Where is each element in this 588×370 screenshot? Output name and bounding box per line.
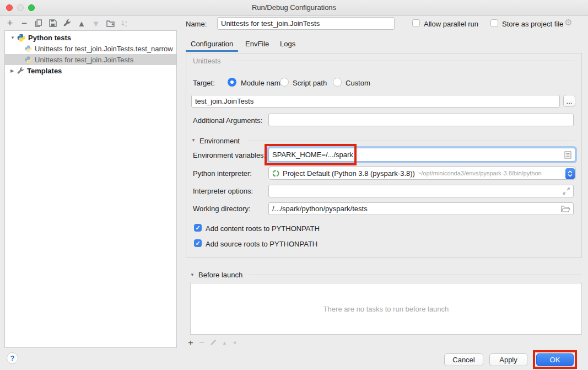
chevron-right-icon[interactable]: ▶ [10, 68, 17, 73]
copy-configuration-icon[interactable] [34, 19, 43, 28]
module-name-input[interactable]: test_join.JoinTests [191, 95, 560, 108]
python-interpreter-path: ~/opt/miniconda3/envs/pyspark-3.8/bin/py… [418, 170, 542, 176]
before-launch-collapse-icon[interactable]: ▼ [190, 272, 195, 277]
gear-icon[interactable]: ⚙ [564, 17, 572, 28]
working-directory-value: /.../spark/python/pyspark/tests [272, 205, 368, 213]
before-launch-empty-message: There are no tasks to run before launch [323, 305, 449, 313]
edit-templates-icon[interactable] [63, 19, 72, 28]
add-source-roots-label: Add source roots to PYTHONPATH [206, 240, 317, 248]
cancel-button[interactable]: Cancel [444, 353, 483, 366]
chevron-down-icon[interactable]: ▼ [10, 35, 17, 40]
tab-logs[interactable]: Logs [280, 40, 295, 48]
python-interpreter-value: Project Default (Python 3.8 (pyspark-3.8… [283, 169, 415, 178]
python-test-icon [25, 45, 32, 52]
remove-configuration-icon[interactable]: − [20, 19, 29, 28]
conda-env-icon [272, 170, 279, 177]
before-launch-toolbar: + − ▲ ▼ [188, 337, 238, 348]
templates-wrench-icon [17, 67, 24, 74]
configurations-toolbar: + − ▲ ▼ az [6, 18, 129, 28]
add-task-icon[interactable]: + [188, 337, 193, 348]
task-up-icon: ▲ [222, 340, 227, 346]
tree-item-label: Unittests for test_join.JoinTests.test_n… [35, 45, 173, 53]
target-label: Target: [193, 79, 215, 87]
move-up-icon[interactable]: ▲ [77, 19, 86, 28]
help-button[interactable]: ? [7, 352, 18, 364]
tree-item-label: Templates [27, 67, 62, 75]
tree-item-label: Python tests [28, 34, 71, 42]
environment-collapse-icon[interactable]: ▼ [191, 138, 196, 143]
svg-text:z: z [125, 24, 127, 28]
allow-parallel-run-checkbox[interactable] [412, 19, 420, 27]
environment-section-label: Environment [199, 137, 240, 145]
sort-configurations-icon: az [120, 19, 129, 28]
move-down-icon: ▼ [91, 19, 100, 28]
edit-task-icon [210, 339, 217, 347]
before-launch-label: Before launch [198, 271, 242, 279]
before-launch-divider [249, 275, 582, 275]
tree-item-templates[interactable]: ▶ Templates [5, 65, 176, 76]
radio-script-path[interactable] [280, 78, 289, 87]
working-directory-label: Working directory: [193, 205, 251, 213]
tab-envfile[interactable]: EnvFile [245, 40, 269, 48]
tree-item-jointests-selected[interactable]: Unittests for test_join.JoinTests [5, 54, 176, 65]
working-directory-input[interactable]: /.../spark/python/pyspark/tests [268, 202, 574, 215]
dropdown-stepper-icon[interactable] [565, 168, 575, 179]
expand-field-icon[interactable] [563, 187, 570, 195]
add-content-roots-label: Add content roots to PYTHONPATH [206, 224, 320, 233]
additional-arguments-label: Additional Arguments: [193, 116, 262, 125]
add-content-roots-checkbox[interactable]: ✓ [194, 224, 202, 232]
svg-text:a: a [125, 20, 127, 24]
python-interpreter-select[interactable]: Project Default (Python 3.8 (pyspark-3.8… [268, 167, 576, 180]
selected-tab-underline [186, 50, 238, 52]
allow-parallel-run-label: Allow parallel run [424, 20, 478, 28]
tree-item-label: Unittests for test_join.JoinTests [35, 56, 133, 64]
add-configuration-icon[interactable]: + [6, 19, 14, 28]
tab-configuration[interactable]: Configuration [191, 40, 233, 48]
name-label: Name: [186, 20, 207, 28]
python-tests-icon [17, 34, 25, 42]
tree-item-python-tests[interactable]: ▼ Python tests [5, 32, 176, 43]
radio-module-name-label: Module name [241, 79, 284, 87]
radio-custom-label: Custom [346, 79, 370, 87]
radio-module-name[interactable] [228, 78, 236, 87]
interpreter-options-input[interactable] [268, 185, 574, 197]
store-as-project-file-label: Store as project file [502, 20, 563, 28]
folder-icon[interactable] [561, 206, 570, 212]
interpreter-options-label: Interpreter options: [193, 187, 253, 195]
add-source-roots-checkbox[interactable]: ✓ [194, 239, 202, 247]
radio-custom[interactable] [333, 78, 342, 87]
tree-item-test-narrow[interactable]: Unittests for test_join.JoinTests.test_n… [5, 43, 176, 54]
environment-variables-value: SPARK_HOME=/.../spark [272, 151, 353, 159]
remove-task-icon: − [199, 337, 204, 348]
group-divider [234, 61, 575, 61]
task-down-icon: ▼ [233, 340, 238, 346]
new-folder-icon[interactable] [106, 19, 115, 28]
save-configuration-icon[interactable] [48, 19, 57, 28]
apply-button[interactable]: Apply [489, 353, 527, 366]
additional-arguments-input[interactable] [268, 114, 574, 126]
environment-variables-input[interactable]: SPARK_HOME=/.../spark [268, 148, 575, 162]
env-list-icon[interactable] [564, 151, 571, 159]
before-launch-task-list[interactable]: There are no tasks to run before launch [190, 283, 582, 335]
store-as-project-file-checkbox[interactable] [490, 19, 498, 27]
radio-script-path-label: Script path [293, 79, 327, 87]
ok-button[interactable]: OK [536, 353, 574, 366]
configurations-tree: ▼ Python tests Unittests for test_join.J… [4, 30, 177, 348]
browse-button[interactable]: ... [563, 95, 575, 107]
python-test-icon [25, 56, 32, 63]
environment-divider [248, 141, 575, 141]
unittests-group-label: Unittests [193, 57, 221, 65]
name-input[interactable]: Unittests for test_join.JoinTests [217, 17, 395, 30]
environment-variables-label: Environment variables: [193, 151, 266, 159]
window-title: Run/Debug Configurations [0, 3, 588, 12]
python-interpreter-label: Python interpreter: [193, 169, 252, 178]
